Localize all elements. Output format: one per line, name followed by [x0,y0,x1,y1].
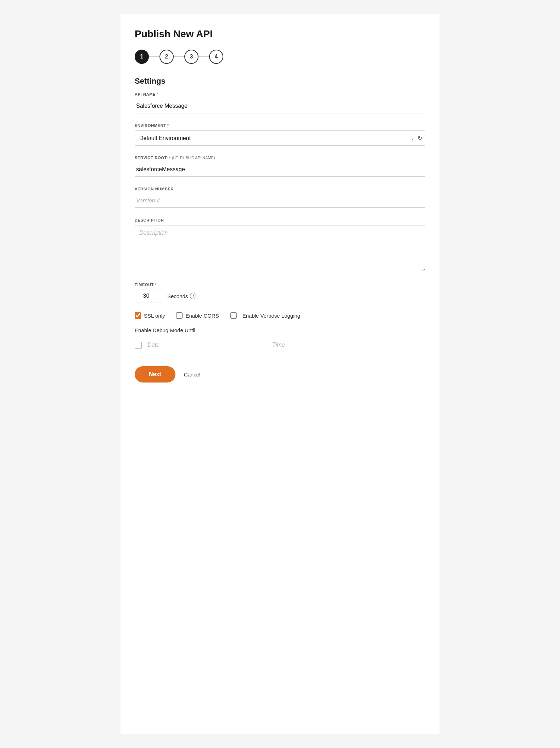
service-root-label: SERVICE ROOT: * (I.E. PUBLIC API NAME) [135,156,425,160]
step-1[interactable]: 1 [135,50,149,64]
debug-mode-checkbox[interactable] [135,342,142,349]
step-circle-2: 2 [159,50,174,64]
step-connector-2-3 [174,56,184,57]
enable-cors-label: Enable CORS [185,313,219,319]
debug-mode-field-group: Enable Debug Mode Until: [135,327,425,352]
step-4[interactable]: 4 [209,50,223,64]
step-2[interactable]: 2 [159,50,174,64]
description-field-group: DESCRIPTION [135,218,425,273]
service-root-field-group: SERVICE ROOT: * (I.E. PUBLIC API NAME) [135,156,425,177]
timeout-field-group: TIMEOUT* Seconds i [135,283,425,302]
version-number-label: VERSION NUMBER [135,187,425,191]
debug-date-input[interactable] [146,338,267,352]
timeout-row: Seconds i [135,290,425,302]
actions-row: Next Cancel [135,366,425,383]
settings-section-title: Settings [135,77,425,86]
timeout-info-icon[interactable]: i [190,293,196,299]
api-name-label: API NAME* [135,92,425,96]
enable-cors-checkbox-item[interactable]: Enable CORS [176,312,219,319]
debug-time-input[interactable] [271,338,377,352]
service-root-input[interactable] [135,163,425,177]
next-button[interactable]: Next [135,366,175,383]
environment-select-wrapper: Default Environment Production Staging D… [135,130,425,146]
ssl-only-label: SSL only [144,313,165,319]
api-name-input[interactable] [135,99,425,113]
environment-select[interactable]: Default Environment Production Staging D… [135,131,425,145]
step-3[interactable]: 3 [184,50,198,64]
ssl-only-checkbox[interactable] [135,312,141,319]
step-connector-3-4 [198,56,209,57]
environment-label: ENVIRONMENT* [135,123,425,128]
step-connector-1-2 [149,56,159,57]
version-number-input[interactable] [135,194,425,208]
debug-mode-row [135,338,425,352]
description-textarea[interactable] [135,225,425,271]
timeout-input[interactable] [135,290,163,302]
enable-cors-checkbox[interactable] [176,312,183,319]
refresh-icon[interactable]: ↻ [418,135,422,141]
page-container: Publish New API 1 2 3 4 Settings API NAM… [121,14,439,734]
debug-mode-label: Enable Debug Mode Until: [135,327,425,333]
step-circle-3: 3 [184,50,198,64]
description-label: DESCRIPTION [135,218,425,222]
timeout-label: TIMEOUT* [135,283,425,287]
step-circle-1: 1 [135,50,149,64]
checkboxes-row: SSL only Enable CORS Enable Verbose Logg… [135,312,425,319]
timeout-unit-label: Seconds i [167,293,196,299]
cancel-button[interactable]: Cancel [184,372,201,378]
api-name-field-group: API NAME* [135,92,425,113]
step-circle-4: 4 [209,50,223,64]
environment-field-group: ENVIRONMENT* Default Environment Product… [135,123,425,146]
stepper: 1 2 3 4 [135,50,425,64]
version-number-field-group: VERSION NUMBER [135,187,425,208]
page-title: Publish New API [135,28,425,40]
ssl-only-checkbox-item[interactable]: SSL only [135,312,165,319]
enable-verbose-label-static: Enable Verbose Logging [242,313,300,319]
enable-verbose-checkbox[interactable] [230,312,237,319]
enable-verbose-checkbox-item[interactable]: Enable Verbose Logging [230,312,300,319]
